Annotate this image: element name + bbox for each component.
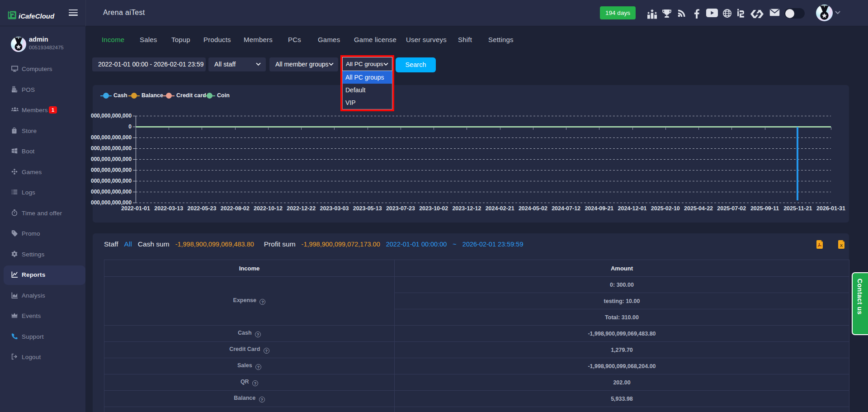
svg-text:PLATINUM: PLATINUM (14, 37, 23, 39)
svg-text:PLATINUM: PLATINUM (820, 5, 829, 7)
svg-text:X: X (840, 243, 843, 248)
